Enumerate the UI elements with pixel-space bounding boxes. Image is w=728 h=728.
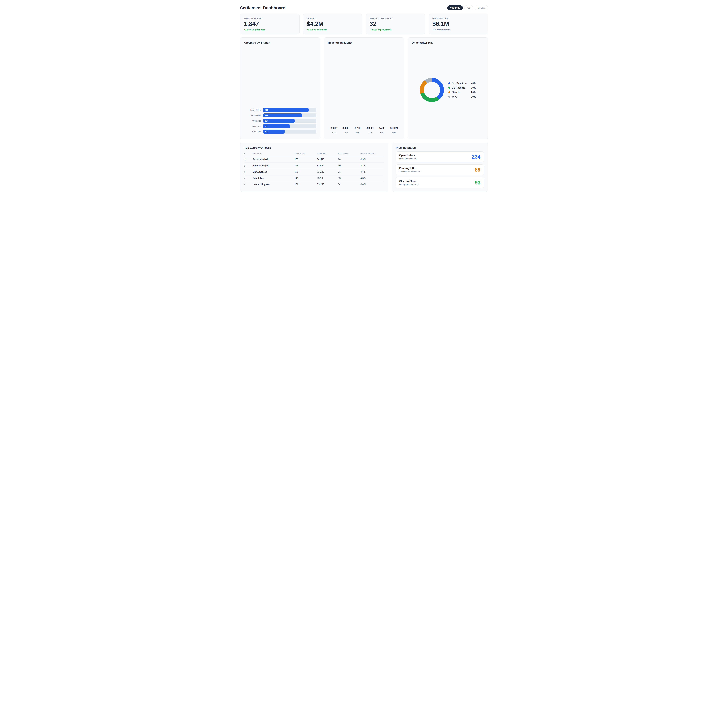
legend-dot-icon xyxy=(448,96,450,98)
kpi-delta: +8.3% vs prior year xyxy=(307,28,359,31)
cell-revenue: $389K xyxy=(317,163,338,169)
pipeline-list: Open Orders New files received 234 Pendi… xyxy=(396,151,484,188)
month-col-dec: $510K Dec xyxy=(352,127,364,134)
pipeline-item-text: Open Orders New files received xyxy=(399,154,416,160)
column-header-satisfaction: SATISFACTION xyxy=(360,151,384,156)
pipeline-item-text: Pending Title Awaiting search/exam xyxy=(399,167,420,173)
month-value: $510K xyxy=(352,127,364,130)
settlement-dashboard: Settlement Dashboard YTD 2025 Q1 Monthly… xyxy=(233,0,495,197)
cell-rank: 3 xyxy=(244,169,252,175)
month-label: Jan xyxy=(364,132,376,134)
cell-revenue: $356K xyxy=(317,169,338,175)
bottom-row: Top Escrow Officers # OFFICER CLOSINGS R… xyxy=(240,142,488,192)
pipeline-item-pending-title: Pending Title Awaiting search/exam 89 xyxy=(396,164,484,175)
table-row: 2 James Cooper 164 $389K 30 4.8/5 xyxy=(244,163,384,169)
kpi-delta: +12.4% vs prior year xyxy=(244,28,296,31)
legend-dot-icon xyxy=(448,87,450,89)
bar-value: 301 xyxy=(265,125,268,127)
bar-row-lakeview: Lakeview 242 xyxy=(244,129,316,134)
donut-hole xyxy=(424,82,440,98)
revenue-by-month-card: Revenue by Month $620K Oct $580K Nov $51… xyxy=(324,37,404,139)
legend-pct: 20% xyxy=(471,91,476,93)
kpi-value: $6.1M xyxy=(433,21,484,27)
officers-table: # OFFICER CLOSINGS REVENUE AVG DAYS SATI… xyxy=(244,151,384,188)
bar-track: 438 xyxy=(263,113,316,117)
top-escrow-officers-card: Top Escrow Officers # OFFICER CLOSINGS R… xyxy=(240,142,388,192)
bar-track: 301 xyxy=(263,124,316,128)
month-value: $690K xyxy=(364,127,376,130)
cell-closings: 187 xyxy=(295,156,317,163)
legend-dot-icon xyxy=(448,91,450,93)
underwriter-mix-title: Underwriter Mix xyxy=(412,41,484,44)
cell-avg-days: 33 xyxy=(338,175,360,181)
bar-value: 354 xyxy=(265,119,268,122)
legend-name: Old Republic xyxy=(452,87,470,89)
column-header-avg-days: AVG DAYS xyxy=(338,151,360,156)
plot-area-empty xyxy=(328,44,400,127)
cell-rank: 4 xyxy=(244,175,252,181)
pipeline-status-title: Pipeline Status xyxy=(396,146,484,149)
kpi-total-closings: TOTAL CLOSINGS 1,847 +12.4% vs prior yea… xyxy=(240,14,300,34)
month-col-oct: $620K Oct xyxy=(328,127,340,134)
table-row: 3 Maria Santos 152 $356K 31 4.7/5 xyxy=(244,169,384,175)
pipeline-item-desc: Awaiting search/exam xyxy=(399,170,420,173)
pipeline-item-desc: Ready for settlement xyxy=(399,184,419,186)
legend-name: Stewart xyxy=(452,91,470,93)
month-col-jan: $690K Jan xyxy=(364,127,376,134)
revenue-month-labels: $620K Oct $580K Nov $510K Dec $690K Jan … xyxy=(328,127,400,136)
underwriter-mix-card: Underwriter Mix First American 40% Old R… xyxy=(408,37,488,139)
bar-track: 512 xyxy=(263,108,316,112)
bar-value: 242 xyxy=(265,130,268,133)
cell-avg-days: 30 xyxy=(338,163,360,169)
closings-by-branch-card: Closings by Branch Main Office 512 Downt… xyxy=(240,37,320,139)
bar-label: Lakeview xyxy=(244,130,262,133)
column-header-closings: CLOSINGS xyxy=(295,151,317,156)
kpi-avg-days-to-close: AVG DAYS TO CLOSE 32 -3 days improvement xyxy=(366,14,425,34)
month-label: Oct xyxy=(328,132,340,134)
cell-avg-days: 28 xyxy=(338,156,360,163)
cell-satisfaction: 4.6/5 xyxy=(360,175,384,181)
bar-fill: 512 xyxy=(263,108,309,112)
filter-ytd-2025[interactable]: YTD 2025 xyxy=(447,5,463,10)
cell-satisfaction: 4.8/5 xyxy=(360,163,384,169)
kpi-delta: -3 days improvement xyxy=(370,28,421,31)
cell-closings: 141 xyxy=(295,175,317,181)
month-label: Dec xyxy=(352,132,364,134)
kpi-delta: 416 active orders xyxy=(433,28,484,31)
filter-monthly[interactable]: Monthly xyxy=(474,5,488,10)
column-header-officer: OFFICER xyxy=(252,151,295,156)
pipeline-item-text: Clear to Close Ready for settlement xyxy=(399,180,419,186)
kpi-row: TOTAL CLOSINGS 1,847 +12.4% vs prior yea… xyxy=(240,14,488,34)
legend-pct: 30% xyxy=(471,87,476,89)
pipeline-item-clear-to-close: Clear to Close Ready for settlement 93 xyxy=(396,177,484,188)
bar-fill: 242 xyxy=(263,130,284,133)
kpi-label: REVENUE xyxy=(307,17,359,19)
month-col-mar: $1.06M Mar xyxy=(388,127,400,134)
legend-pct: 40% xyxy=(471,82,476,84)
pipeline-item-count: 93 xyxy=(475,180,480,186)
cell-satisfaction: 4.7/5 xyxy=(360,169,384,175)
month-col-feb: $740K Feb xyxy=(376,127,388,134)
table-row: 5 Lauren Hughes 138 $314K 34 4.8/5 xyxy=(244,181,384,188)
bar-fill: 301 xyxy=(263,124,290,128)
cell-avg-days: 31 xyxy=(338,169,360,175)
cell-closings: 164 xyxy=(295,163,317,169)
cell-officer: Sarah Mitchell xyxy=(252,156,295,163)
legend-row-wfg: WFG 10% xyxy=(448,95,476,98)
closings-by-branch-title: Closings by Branch xyxy=(244,41,316,44)
pipeline-item-desc: New files received xyxy=(399,158,416,160)
month-label: Mar xyxy=(388,132,400,134)
bar-row-northgate: Northgate 301 xyxy=(244,124,316,129)
legend-pct: 10% xyxy=(471,95,476,98)
table-row: 4 David Kim 141 $328K 33 4.6/5 xyxy=(244,175,384,181)
kpi-revenue: REVENUE $4.2M +8.3% vs prior year xyxy=(303,14,362,34)
month-col-nov: $580K Nov xyxy=(340,127,352,134)
legend-row-old-republic: Old Republic 30% xyxy=(448,86,476,89)
revenue-by-month-title: Revenue by Month xyxy=(328,41,400,44)
pipeline-item-name: Pending Title xyxy=(399,167,420,170)
legend-dot-icon xyxy=(448,82,450,84)
filter-q1[interactable]: Q1 xyxy=(464,5,473,10)
time-filter-group: YTD 2025 Q1 Monthly xyxy=(447,5,488,10)
charts-row: Closings by Branch Main Office 512 Downt… xyxy=(240,37,488,139)
donut-legend: First American 40% Old Republic 30% Stew… xyxy=(448,82,476,98)
